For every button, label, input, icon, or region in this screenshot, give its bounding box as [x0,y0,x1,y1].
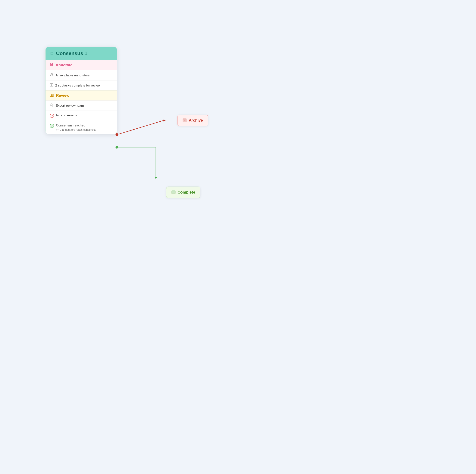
annotators-icon [50,73,54,78]
no-consensus-dot [116,133,118,136]
review-icon [50,93,54,98]
svg-point-4 [51,73,52,75]
consensus-icon: 🗒 [50,51,54,56]
consensus-reached-text-block: Consensus reached >= 2 annotators reach … [56,123,96,131]
svg-rect-16 [183,118,186,119]
svg-point-13 [51,104,52,105]
consensus-reached-sublabel: >= 2 annotators reach consensus [56,128,96,131]
svg-marker-1 [164,119,166,122]
consensus-card: 🗒 Consensus 1 Annotate [45,47,117,134]
no-consensus-label: No consensus [56,113,77,117]
archive-icon [183,118,187,123]
annotate-section: Annotate [46,60,117,70]
consensus-reached-dot [116,146,118,149]
annotate-label: Annotate [56,63,72,67]
complete-card: Complete [166,187,200,198]
annotators-row: All available annotators [46,70,117,80]
subtasks-icon [50,83,53,88]
card-title: Consensus 1 [56,51,87,56]
archive-card: Archive [177,115,208,126]
consensus-reached-label: Consensus reached [56,123,96,127]
subtasks-row: 2 subtasks complete for review [46,80,117,90]
svg-line-0 [117,121,164,135]
archive-label: Archive [189,118,203,123]
expert-text: Expert review team [56,104,84,108]
annotate-icon [50,63,54,68]
svg-point-14 [52,104,53,105]
expert-icon [50,103,54,108]
consensus-reached-row: Consensus reached >= 2 annotators reach … [46,121,117,134]
review-section: Review [46,90,117,101]
no-consensus-icon [50,114,54,118]
card-header: 🗒 Consensus 1 [46,47,117,60]
expert-row: Expert review team [46,101,117,110]
no-consensus-text-block: No consensus [56,113,77,117]
svg-point-5 [52,74,53,75]
complete-label: Complete [178,190,195,194]
svg-rect-19 [172,190,175,191]
no-consensus-row: No consensus [46,110,117,121]
complete-icon [171,190,176,195]
subtasks-text: 2 subtasks complete for review [55,84,100,88]
svg-point-12 [52,95,52,95]
annotators-text: All available annotators [56,73,90,77]
svg-marker-2 [154,177,157,179]
review-label: Review [56,93,69,98]
consensus-reached-icon [50,124,54,128]
